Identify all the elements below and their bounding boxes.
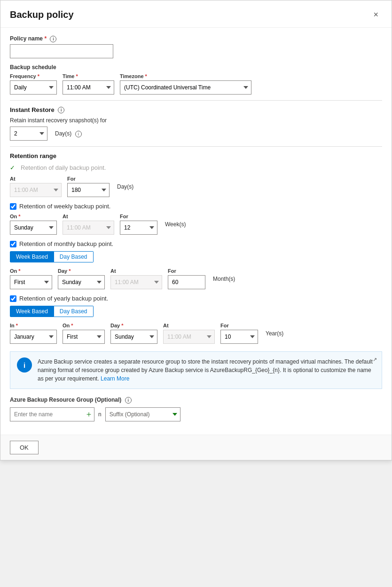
yearly-day-field: Day * SundayMondayTuesday WednesdayThurs… xyxy=(110,323,157,344)
divider-retention xyxy=(10,146,382,147)
resource-group-section: Azure Backup Resource Group (Optional) i… xyxy=(10,397,382,421)
daily-unit: Day(s) xyxy=(117,183,133,190)
yearly-at-select[interactable]: 11:00 AM xyxy=(163,330,215,344)
monthly-for-input[interactable] xyxy=(168,275,205,289)
monthly-for-field: For xyxy=(168,268,205,289)
yearly-week-based-btn[interactable]: Week Based xyxy=(10,306,54,317)
monthly-week-based-btn[interactable]: Week Based xyxy=(10,251,54,262)
yearly-label: Retention of yearly backup point. xyxy=(19,295,108,302)
daily-check-icon: ✓ xyxy=(10,164,15,171)
monthly-on-label: On * xyxy=(10,268,52,274)
weekly-on-select[interactable]: Sunday Monday Tuesday Wednesday Thursday… xyxy=(10,221,57,235)
daily-for-select[interactable]: 180 xyxy=(67,183,110,197)
weekly-on-field: On * Sunday Monday Tuesday Wednesday Thu… xyxy=(10,214,57,235)
days-info-icon[interactable]: i xyxy=(75,131,82,137)
yearly-in-select[interactable]: JanuaryFebruaryMarch AprilMayJune JulyAu… xyxy=(10,330,57,344)
separator: n xyxy=(98,411,102,418)
weekly-for-select[interactable]: 12 xyxy=(120,221,157,235)
resource-group-info-icon[interactable]: i xyxy=(125,397,132,404)
monthly-day-select[interactable]: Sunday Monday Tuesday Wednesday Thursday… xyxy=(58,275,105,289)
backup-policy-panel: Backup policy × Policy name * i Backup s… xyxy=(0,0,392,460)
instant-restore-info-icon[interactable]: i xyxy=(58,107,64,113)
learn-more-link[interactable]: Learn More xyxy=(101,375,129,382)
panel-body: Policy name * i Backup schedule Frequenc… xyxy=(0,28,392,435)
yearly-for-select[interactable]: 10 xyxy=(220,330,258,344)
timezone-select[interactable]: (UTC) Coordinated Universal Time xyxy=(120,80,251,95)
yearly-in-field: In * JanuaryFebruaryMarch AprilMayJune J… xyxy=(10,323,57,344)
monthly-label: Retention of monthly backup point. xyxy=(19,240,113,247)
policy-name-info-icon[interactable]: i xyxy=(50,36,56,42)
yearly-unit: Year(s) xyxy=(266,330,283,337)
monthly-checkbox-label[interactable]: Retention of monthly backup point. xyxy=(10,240,382,247)
monthly-on-select[interactable]: First Second Third Fourth Last xyxy=(10,275,52,289)
frequency-label: Frequency * xyxy=(10,73,57,79)
policy-name-field: Policy name * i xyxy=(10,35,382,58)
yearly-day-based-btn[interactable]: Day Based xyxy=(54,306,94,317)
monthly-unit: Month(s) xyxy=(213,276,235,282)
backup-schedule-section: Backup schedule Frequency * Daily Weekly… xyxy=(10,64,382,95)
policy-name-input[interactable] xyxy=(10,44,113,58)
monthly-checkbox[interactable] xyxy=(10,241,16,247)
monthly-day-label: Day * xyxy=(58,268,105,274)
weekly-checkbox[interactable] xyxy=(10,203,16,210)
weekly-at-label: At xyxy=(63,214,114,219)
frequency-field: Frequency * Daily Weekly xyxy=(10,73,57,95)
days-label: Day(s) i xyxy=(55,130,82,137)
yearly-checkbox-label[interactable]: Retention of yearly backup point. xyxy=(10,295,382,302)
info-box: i Azure Backup service creates a separat… xyxy=(10,351,382,389)
yearly-at-field: At 11:00 AM xyxy=(163,323,215,344)
ok-button[interactable]: OK xyxy=(10,441,39,454)
daily-fields: At 11:00 AM For 180 Day(s) xyxy=(10,176,382,197)
weekly-fields: On * Sunday Monday Tuesday Wednesday Thu… xyxy=(10,214,382,235)
weekly-unit: Week(s) xyxy=(165,221,186,228)
suffix-select[interactable]: Suffix (Optional) xyxy=(105,407,180,421)
backup-schedule-label: Backup schedule xyxy=(10,64,382,71)
daily-for-label: For xyxy=(67,176,110,182)
schedule-row: Frequency * Daily Weekly Time * 11:00 AM xyxy=(10,73,382,95)
panel-header: Backup policy × xyxy=(0,0,392,28)
monthly-day-based-btn[interactable]: Day Based xyxy=(54,251,94,262)
daily-at-field: At 11:00 AM xyxy=(10,176,62,197)
monthly-at-select[interactable]: 11:00 AM xyxy=(110,275,162,289)
time-select[interactable]: 11:00 AM xyxy=(63,80,114,95)
timezone-label: Timezone * xyxy=(120,73,251,79)
required-indicator: * xyxy=(44,35,47,42)
weekly-checkbox-label[interactable]: Retention of weekly backup point. xyxy=(10,203,382,210)
retain-days-select[interactable]: 2 1 3 4 5 xyxy=(10,127,47,141)
monthly-for-label: For xyxy=(168,268,205,274)
close-button[interactable]: × xyxy=(369,8,382,22)
resource-group-label: Azure Backup Resource Group (Optional) i xyxy=(10,397,382,404)
monthly-day-field: Day * Sunday Monday Tuesday Wednesday Th… xyxy=(58,268,105,289)
yearly-on-field: On * FirstSecondThird FourthLast xyxy=(63,323,105,344)
timezone-field: Timezone * (UTC) Coordinated Universal T… xyxy=(120,73,251,95)
weekly-label: Retention of weekly backup point. xyxy=(19,203,110,210)
monthly-fields: On * First Second Third Fourth Last xyxy=(10,268,382,289)
weekly-retention-section: Retention of weekly backup point. On * S… xyxy=(10,203,382,235)
yearly-toggle-group: Week Based Day Based xyxy=(10,306,382,317)
retain-row: 2 1 3 4 5 Day(s) i xyxy=(10,127,382,141)
yearly-in-label: In * xyxy=(10,323,57,328)
yearly-day-label: Day * xyxy=(110,323,157,328)
retention-range-section: Retention range ✓ Retention of daily bac… xyxy=(10,152,382,344)
external-link-icon[interactable]: ↗ xyxy=(373,357,377,363)
instant-restore-title: Instant Restore i xyxy=(10,106,382,114)
panel-title: Backup policy xyxy=(10,9,74,20)
yearly-on-select[interactable]: FirstSecondThird FourthLast xyxy=(63,330,105,344)
yearly-day-select[interactable]: SundayMondayTuesday WednesdayThursdayFri… xyxy=(110,330,157,344)
instant-restore-section: Instant Restore i Retain instant recover… xyxy=(10,106,382,141)
time-field: Time * 11:00 AM xyxy=(63,73,114,95)
info-box-text: Azure Backup service creates a separate … xyxy=(38,357,375,383)
daily-header: ✓ Retention of daily backup point. xyxy=(10,164,382,171)
info-box-icon: i xyxy=(17,357,32,373)
resource-group-input[interactable] xyxy=(10,407,94,421)
daily-at-select[interactable]: 11:00 AM xyxy=(10,183,62,197)
weekly-at-field: At 11:00 AM xyxy=(63,214,114,235)
frequency-select[interactable]: Daily Weekly xyxy=(10,80,57,95)
yearly-checkbox[interactable] xyxy=(10,295,16,302)
resource-group-row: n Suffix (Optional) xyxy=(10,407,382,421)
weekly-at-select[interactable]: 11:00 AM xyxy=(63,221,114,235)
retention-range-title: Retention range xyxy=(10,152,382,159)
policy-name-label: Policy name * i xyxy=(10,35,382,42)
weekly-on-label: On * xyxy=(10,214,57,219)
daily-label: Retention of daily backup point. xyxy=(21,164,106,171)
